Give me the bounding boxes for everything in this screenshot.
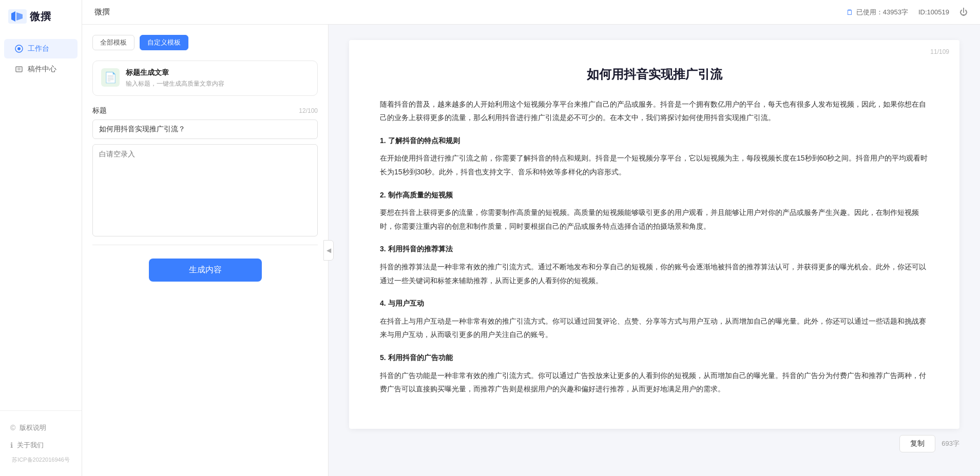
template-card-icon: 📄 <box>101 68 120 87</box>
heading-3: 3. 利用抖音的推荐算法 <box>380 242 929 256</box>
page-counter: 11/109 <box>930 48 949 55</box>
sidebar-item-about[interactable]: ℹ 关于我们 <box>4 437 78 454</box>
workbench-icon <box>14 44 24 53</box>
about-icon: ℹ <box>10 441 13 449</box>
title-form-label: 标题 12/100 <box>92 106 318 115</box>
template-card-info: 标题生成文章 输入标题，一键生成高质量文章内容 <box>126 68 224 88</box>
title-char-count: 12/100 <box>299 107 318 114</box>
user-id-label: ID:100519 <box>918 8 949 16</box>
drafts-icon <box>14 65 24 74</box>
sidebar-item-workbench[interactable]: 工作台 <box>4 39 78 58</box>
generate-content-button[interactable]: 生成内容 <box>149 259 262 282</box>
body-3: 抖音的推荐算法是一种非常有效的推广引流方式。通过不断地发布和分享自己的短视频，你… <box>380 260 929 287</box>
svg-point-2 <box>17 47 21 50</box>
left-panel: 全部模板 自定义模板 📄 标题生成文章 输入标题，一键生成高质量文章内容 标题 … <box>82 25 329 476</box>
title-input[interactable] <box>92 120 318 139</box>
usage-info: 🗒 已使用：43953字 <box>846 8 908 17</box>
svg-rect-3 <box>16 67 22 72</box>
content-wrapper: 全部模板 自定义模板 📄 标题生成文章 输入标题，一键生成高质量文章内容 标题 … <box>82 25 980 476</box>
preview-bottom-bar: 复制 693字 <box>349 429 959 454</box>
body-5: 抖音的广告功能是一种非常有效的推广引流方式。你可以通过广告投放来让更多的人看到你… <box>380 369 929 396</box>
template-card-desc: 输入标题，一键生成高质量文章内容 <box>126 80 224 88</box>
preview-paper: 11/109 如何用抖音实现推广引流 随着抖音的普及，越来越多的人开始利用这个短… <box>349 40 959 429</box>
sidebar-item-copyright[interactable]: © 版权说明 <box>4 419 78 437</box>
sidebar-footer: © 版权说明 ℹ 关于我们 苏ICP备2022016946号 <box>0 410 82 476</box>
usage-label: 已使用：43953字 <box>856 8 908 17</box>
sidebar-item-workbench-label: 工作台 <box>28 44 49 53</box>
heading-2: 2. 制作高质量的短视频 <box>380 188 929 202</box>
template-card-name: 标题生成文章 <box>126 68 224 77</box>
body-2: 要想在抖音上获得更多的流量，你需要制作高质量的短视频。高质量的短视频能够吸引更多… <box>380 206 929 233</box>
logo-icon <box>8 9 27 24</box>
article-title: 如何用抖音实现推广引流 <box>380 66 929 83</box>
topbar: 微撰 🗒 已使用：43953字 ID:100519 ⏻ <box>82 0 980 25</box>
copyright-icon: © <box>10 424 15 432</box>
sidebar-item-about-label: 关于我们 <box>17 441 44 450</box>
tab-custom-templates[interactable]: 自定义模板 <box>140 35 188 50</box>
template-card-title-article[interactable]: 📄 标题生成文章 输入标题，一键生成高质量文章内容 <box>92 61 318 96</box>
tab-all-templates[interactable]: 全部模板 <box>92 35 134 50</box>
main-area: 微撰 🗒 已使用：43953字 ID:100519 ⏻ 全部模板 自定义模板 📄… <box>82 0 980 476</box>
sidebar-item-drafts-label: 稿件中心 <box>28 65 56 74</box>
sidebar-item-copyright-label: 版权说明 <box>20 423 46 432</box>
sidebar: 微撰 工作台 稿件中心 © 版权说明 <box>0 0 82 476</box>
intro-paragraph: 随着抖音的普及，越来越多的人开始利用这个短视频分享平台来推广自己的产品或服务。抖… <box>380 97 929 125</box>
sidebar-nav: 工作台 稿件中心 <box>0 33 82 410</box>
document-icon: 🗒 <box>846 8 853 16</box>
topbar-right: 🗒 已使用：43953字 ID:100519 ⏻ <box>846 8 968 17</box>
content-textarea[interactable] <box>92 144 318 236</box>
logo-area: 微撰 <box>0 0 82 33</box>
chevron-left-icon: ◀ <box>326 247 331 254</box>
right-panel: 11/109 如何用抖音实现推广引流 随着抖音的普及，越来越多的人开始利用这个短… <box>329 25 980 476</box>
word-count: 693字 <box>941 439 959 448</box>
collapse-toggle[interactable]: ◀ <box>323 240 334 261</box>
body-4: 在抖音上与用户互动是一种非常有效的推广引流方式。你可以通过回复评论、点赞、分享等… <box>380 314 929 342</box>
icp-text: 苏ICP备2022016946号 <box>4 454 78 468</box>
title-label-text: 标题 <box>92 106 107 115</box>
body-1: 在开始使用抖音进行推广引流之前，你需要了解抖音的特点和规则。抖音是一个短视频分享… <box>380 151 929 179</box>
logo-text: 微撰 <box>30 10 51 24</box>
topbar-title: 微撰 <box>94 7 110 17</box>
power-icon[interactable]: ⏻ <box>959 8 968 17</box>
copy-button[interactable]: 复制 <box>899 435 935 452</box>
sidebar-item-drafts[interactable]: 稿件中心 <box>4 60 78 79</box>
heading-1: 1. 了解抖音的特点和规则 <box>380 134 929 148</box>
template-tabs: 全部模板 自定义模板 <box>92 35 318 50</box>
heading-4: 4. 与用户互动 <box>380 296 929 310</box>
form-divider <box>92 245 318 245</box>
article-body: 随着抖音的普及，越来越多的人开始利用这个短视频分享平台来推广自己的产品或服务。抖… <box>380 97 929 396</box>
heading-5: 5. 利用抖音的广告功能 <box>380 351 929 365</box>
